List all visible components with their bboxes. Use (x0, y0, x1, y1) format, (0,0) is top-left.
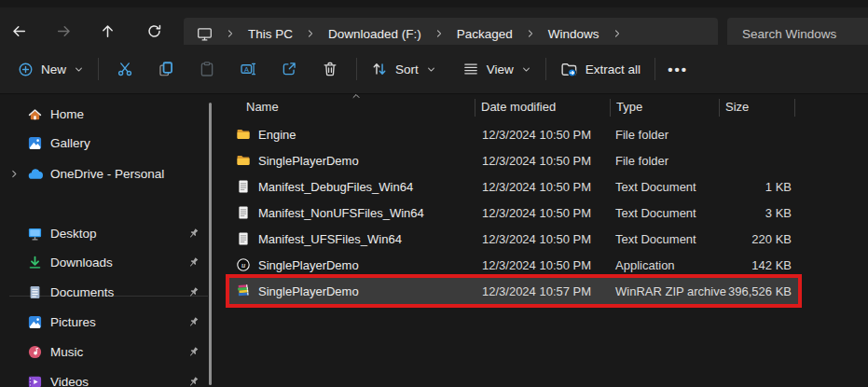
sidebar-item-label: Home (50, 107, 84, 121)
file-date: 12/3/2024 10:50 PM (482, 206, 591, 220)
sort-icon (371, 61, 388, 77)
file-size: 220 KB (664, 232, 792, 246)
copy-button[interactable] (145, 52, 186, 86)
sidebar-item-pictures[interactable]: Pictures (0, 308, 207, 336)
rename-button[interactable]: A (227, 52, 269, 86)
delete-button[interactable] (310, 52, 351, 86)
pin-icon (186, 345, 200, 359)
navigation-bar: This PC Downloaded (F:) Packaged Windows (0, 7, 868, 45)
toolbar-divider (654, 58, 655, 80)
share-icon (281, 61, 297, 77)
column-header-size[interactable]: Size (725, 100, 749, 114)
sort-ascending-caret-icon (351, 90, 362, 102)
breadcrumb-item-drive[interactable]: Downloaded (F:) (328, 27, 421, 41)
sidebar-item-home[interactable]: Home (0, 100, 207, 128)
toolbar-divider (356, 58, 357, 80)
file-name: SinglePlayerDemo (258, 258, 359, 272)
extract-all-button[interactable]: Extract all (552, 52, 649, 86)
view-button[interactable]: View (454, 52, 540, 86)
file-name: Manifest_DebugFiles_Win64 (258, 180, 413, 194)
paste-icon (199, 61, 215, 77)
file-row[interactable]: Engine 12/3/2024 10:50 PM File folder (226, 121, 800, 147)
chevron-right-icon[interactable] (525, 28, 536, 39)
sidebar-item-label: Videos (50, 375, 89, 387)
up-button[interactable] (93, 17, 121, 45)
file-row[interactable]: SinglePlayerDemo 12/3/2024 10:50 PM File… (226, 147, 800, 173)
forward-button[interactable] (49, 17, 77, 45)
sidebar-item-label: Gallery (50, 136, 90, 150)
paste-button[interactable] (186, 52, 227, 86)
this-pc-icon (197, 26, 213, 42)
chevron-right-icon[interactable] (612, 28, 623, 39)
file-row[interactable]: Manifest_DebugFiles_Win64 12/3/2024 10:5… (226, 173, 800, 200)
sidebar-item-music[interactable]: Music (0, 338, 207, 366)
chevron-right-icon[interactable] (225, 28, 236, 39)
column-separator[interactable] (475, 99, 475, 117)
file-name: Engine (258, 128, 296, 142)
sidebar-item-downloads[interactable]: Downloads (0, 248, 207, 276)
pin-icon (186, 256, 200, 270)
breadcrumb-item-this-pc[interactable]: This PC (248, 27, 293, 41)
onedrive-icon (27, 166, 43, 182)
breadcrumb-item-packaged[interactable]: Packaged (457, 27, 513, 41)
file-row[interactable]: u SinglePlayerDemo 12/3/2024 10:50 PM Ap… (226, 252, 800, 278)
file-row[interactable]: Manifest_NonUFSFiles_Win64 12/3/2024 10:… (226, 200, 800, 226)
folder-icon (236, 153, 251, 168)
extract-all-label: Extract all (586, 62, 641, 76)
refresh-icon (146, 23, 162, 39)
file-type: File folder (615, 128, 668, 142)
column-header-name[interactable]: Name (246, 100, 279, 114)
sidebar-item-documents[interactable]: Documents (0, 278, 207, 306)
pin-icon (186, 227, 200, 241)
home-icon (27, 106, 43, 122)
file-size: 3 KB (664, 206, 792, 220)
sidebar-item-gallery[interactable]: Gallery (0, 129, 207, 157)
chevron-right-icon[interactable] (305, 28, 316, 39)
back-button[interactable] (5, 17, 33, 45)
file-list-pane: Name Date modified Type Size Engine 12/3… (224, 94, 868, 387)
file-date: 12/3/2024 10:50 PM (482, 180, 591, 194)
column-separator[interactable] (719, 99, 720, 117)
sidebar-item-desktop[interactable]: Desktop (0, 219, 207, 247)
cut-button[interactable] (104, 52, 145, 86)
svg-text:A: A (244, 65, 249, 74)
sidebar-item-label: Pictures (50, 315, 96, 329)
breadcrumb-item-windows[interactable]: Windows (548, 27, 599, 41)
refresh-button[interactable] (140, 17, 168, 45)
chevron-down-icon (521, 64, 531, 75)
downloads-icon (27, 255, 43, 270)
file-row[interactable]: Manifest_UFSFiles_Win64 12/3/2024 10:50 … (226, 226, 800, 252)
column-separator[interactable] (610, 99, 611, 117)
ellipsis-icon: ••• (668, 62, 688, 76)
file-name: Manifest_NonUFSFiles_Win64 (258, 206, 424, 220)
column-separator[interactable] (794, 99, 795, 117)
see-more-button[interactable]: ••• (661, 52, 695, 86)
up-arrow-icon (100, 23, 116, 39)
file-size: 1 KB (664, 180, 792, 194)
sidebar-item-label: Downloads (50, 256, 113, 270)
file-size: 142 KB (664, 258, 792, 272)
sidebar-scrollbar[interactable] (209, 103, 212, 385)
sort-button[interactable]: Sort (363, 52, 445, 86)
new-button[interactable]: New (9, 52, 92, 86)
chevron-right-icon[interactable] (434, 28, 445, 39)
text-doc-icon (236, 179, 251, 194)
sidebar-item-videos[interactable]: Videos (0, 367, 207, 387)
sidebar-item-label: Music (50, 345, 83, 359)
expand-chevron-icon[interactable] (7, 169, 21, 179)
pin-icon (186, 375, 200, 387)
column-header-date[interactable]: Date modified (481, 100, 556, 114)
text-doc-icon (236, 205, 251, 220)
view-icon (462, 61, 479, 77)
documents-icon (27, 284, 43, 300)
toolbar-divider (545, 58, 546, 80)
extract-all-icon (560, 61, 578, 78)
file-name: Manifest_UFSFiles_Win64 (258, 232, 402, 246)
share-button[interactable] (269, 52, 310, 86)
sidebar-item-onedrive[interactable]: OneDrive - Personal (0, 159, 207, 187)
file-row-selected[interactable]: SinglePlayerDemo 12/3/2024 10:57 PM WinR… (226, 278, 800, 304)
sidebar-item-label: OneDrive - Personal (50, 167, 164, 181)
column-header-type[interactable]: Type (616, 100, 642, 114)
search-input[interactable] (742, 27, 861, 41)
toolbar-divider (98, 58, 99, 80)
